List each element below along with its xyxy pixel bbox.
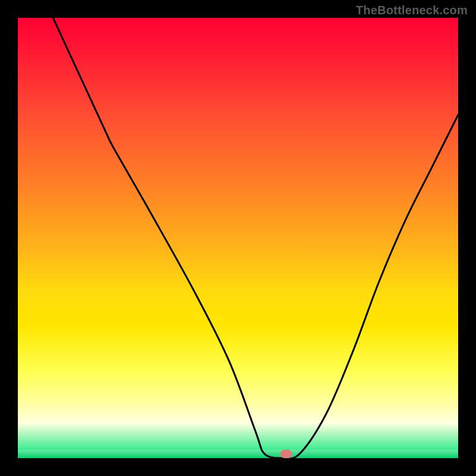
bottleneck-curve-line [53,18,458,458]
chart-frame: TheBottleneck.com [0,0,476,476]
optimum-marker [280,450,292,458]
watermark-text: TheBottleneck.com [356,4,468,17]
chart-plot-area [18,18,458,458]
